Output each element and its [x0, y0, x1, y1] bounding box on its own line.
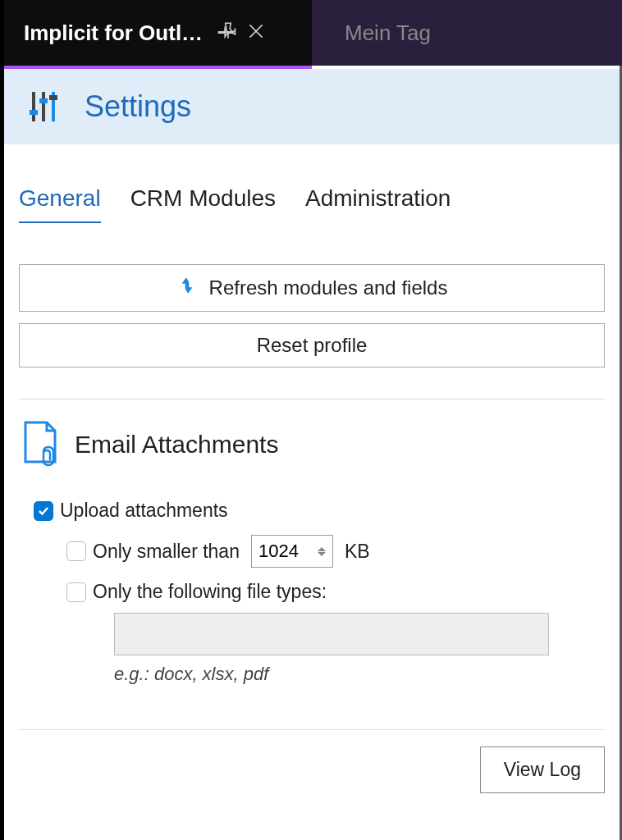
close-icon[interactable] — [245, 21, 267, 45]
email-attachments-section: Email Attachments Upload attachments Onl… — [4, 399, 620, 685]
sliders-icon — [24, 87, 63, 126]
svg-rect-6 — [39, 98, 48, 103]
only-smaller-checkbox[interactable] — [66, 541, 86, 561]
window-tab-title: Implicit for Outl… — [24, 21, 203, 46]
reset-profile-label: Reset profile — [257, 334, 368, 357]
upload-attachments-row: Upload attachments — [34, 500, 605, 522]
file-types-input[interactable] — [114, 613, 549, 655]
size-unit: KB — [345, 541, 370, 563]
refresh-icon — [176, 275, 198, 301]
upload-attachments-checkbox[interactable] — [34, 501, 53, 521]
window-tab-active[interactable]: Implicit for Outl… — [4, 0, 312, 66]
reset-profile-button[interactable]: Reset profile — [19, 323, 605, 368]
file-types-hint: e.g.: docx, xlsx, pdf — [114, 664, 605, 685]
page-header: Settings — [4, 69, 620, 144]
settings-tabs: General CRM Modules Administration — [4, 144, 620, 223]
svg-rect-2 — [32, 92, 35, 121]
only-smaller-label: Only smaller than — [93, 541, 240, 563]
page-title: Settings — [85, 89, 191, 124]
tab-crm-modules[interactable]: CRM Modules — [130, 185, 276, 223]
file-types-checkbox[interactable] — [66, 582, 86, 602]
footer: View Log — [4, 730, 620, 793]
document-attachment-icon — [19, 419, 62, 470]
spinner-icon[interactable] — [318, 547, 326, 556]
size-input[interactable]: 1024 — [251, 535, 333, 568]
svg-rect-3 — [42, 92, 45, 121]
upload-attachments-label: Upload attachments — [60, 500, 228, 522]
view-log-button[interactable]: View Log — [480, 746, 605, 793]
pin-icon[interactable] — [217, 21, 239, 45]
tab-general[interactable]: General — [19, 185, 101, 223]
window-tab-inactive[interactable]: Mein Tag — [312, 0, 450, 66]
content-area: Settings General CRM Modules Administrat… — [0, 66, 622, 840]
window-tab-bar: Implicit for Outl… Mein Tag — [0, 0, 622, 66]
section-header: Email Attachments — [19, 419, 605, 470]
file-types-row: Only the following file types: — [66, 581, 605, 603]
svg-rect-5 — [30, 110, 38, 115]
window-tab-title: Mein Tag — [345, 21, 431, 46]
only-smaller-row: Only smaller than 1024 KB — [66, 535, 605, 568]
section-title: Email Attachments — [75, 431, 278, 459]
refresh-button-label: Refresh modules and fields — [209, 276, 448, 299]
tab-administration[interactable]: Administration — [305, 185, 450, 223]
file-types-label: Only the following file types: — [93, 581, 327, 603]
svg-rect-7 — [49, 95, 57, 100]
size-value: 1024 — [258, 541, 318, 562]
refresh-button[interactable]: Refresh modules and fields — [19, 264, 605, 312]
action-buttons: Refresh modules and fields Reset profile — [4, 223, 620, 368]
